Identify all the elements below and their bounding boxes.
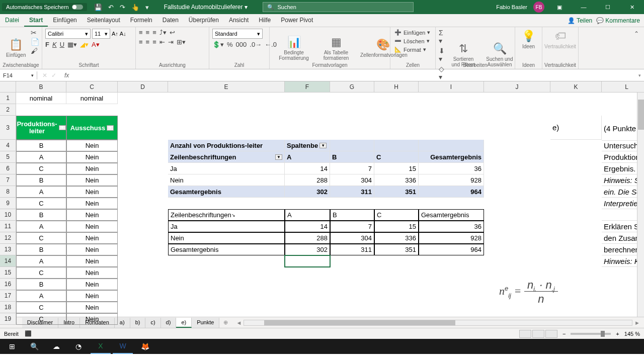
user-avatar[interactable]: FB: [533, 2, 544, 13]
cell-C10[interactable]: Nein: [66, 209, 118, 221]
cell-C8[interactable]: Nein: [66, 186, 118, 198]
cancel-formula-icon[interactable]: ✕: [42, 72, 47, 79]
undo-icon[interactable]: ↶: [108, 4, 114, 11]
cell-H13[interactable]: 351: [374, 244, 419, 255]
menu-formeln[interactable]: Formeln: [125, 15, 157, 27]
cell-B12[interactable]: C: [16, 232, 66, 244]
formula-input[interactable]: [72, 72, 635, 79]
row-header-3[interactable]: 3: [0, 116, 16, 140]
cell-E7[interactable]: Nein: [168, 174, 285, 186]
cell-H6[interactable]: 15: [374, 163, 419, 174]
cell-C9[interactable]: Nein: [66, 198, 118, 209]
firefox-taskbar-icon[interactable]: 🦊: [135, 339, 155, 354]
font-color-icon[interactable]: A▾: [92, 41, 100, 48]
row-headers[interactable]: 12345678910111213141516171819: [0, 93, 16, 325]
name-box[interactable]: F14▾: [0, 71, 37, 79]
align-left-icon[interactable]: ≡: [139, 38, 143, 46]
format-table-button[interactable]: ▦Als Tabelle formatieren: [317, 29, 355, 67]
cell-B13[interactable]: B: [16, 244, 66, 255]
col-header-C[interactable]: C: [66, 81, 118, 93]
touch-icon[interactable]: 👆: [131, 4, 139, 11]
paste-button[interactable]: 📋Einfügen: [3, 29, 29, 67]
sort-filter-button[interactable]: ⇅Sortieren und Filtern: [447, 29, 480, 81]
ideas-button[interactable]: 💡Ideen: [518, 29, 539, 50]
cell-H8[interactable]: 351: [374, 186, 419, 198]
cell-E13[interactable]: Gesamtergebnis: [168, 244, 285, 255]
cell-G4[interactable]: [330, 140, 374, 151]
cell-E5[interactable]: Zeilenbeschriftungen▼: [168, 151, 285, 163]
column-headers[interactable]: BCDEFGHIJKL: [16, 81, 644, 93]
page-break-view-icon[interactable]: [545, 330, 557, 338]
cell-F11[interactable]: 14: [285, 221, 330, 232]
number-format-select[interactable]: Standard▾: [212, 29, 263, 39]
start-button[interactable]: ⊞: [2, 339, 22, 354]
cell-B3[interactable]: Produktions-leiter▼: [16, 116, 66, 140]
find-select-button[interactable]: 🔍Suchen und Auswählen: [482, 29, 517, 81]
col-header-I[interactable]: I: [419, 81, 484, 93]
more-icon[interactable]: ▾: [145, 4, 149, 11]
sheet-tab-c)[interactable]: c): [145, 318, 160, 328]
cell-F12[interactable]: 288: [285, 232, 330, 244]
italic-icon[interactable]: K: [52, 41, 57, 48]
menu-ansicht[interactable]: Ansicht: [224, 15, 254, 27]
cell-H4[interactable]: [374, 140, 419, 151]
format-painter-icon[interactable]: 🖌: [31, 47, 39, 55]
copy-icon[interactable]: 📄: [31, 38, 39, 46]
cell-C1[interactable]: nominal: [66, 93, 118, 104]
cell-I10[interactable]: Gesamtergebnis: [419, 209, 484, 221]
cell-B14[interactable]: A: [16, 255, 66, 267]
vertical-scrollbar[interactable]: [637, 93, 644, 317]
fx-icon[interactable]: fx: [61, 72, 72, 79]
increase-decimal-icon[interactable]: .0→: [250, 41, 262, 48]
cell-F13[interactable]: 302: [285, 244, 330, 255]
page-layout-view-icon[interactable]: [532, 330, 544, 338]
cell-C11[interactable]: Nein: [66, 221, 118, 232]
cell-I8[interactable]: 964: [419, 186, 484, 198]
increase-indent-icon[interactable]: ⇥: [168, 38, 174, 46]
col-header-B[interactable]: B: [16, 81, 66, 93]
menu-einfügen[interactable]: Einfügen: [48, 15, 82, 27]
row-header-17[interactable]: 17: [0, 290, 16, 302]
col-header-F[interactable]: F: [285, 81, 330, 93]
row-header-5[interactable]: 5: [0, 151, 16, 163]
col-header-G[interactable]: G: [330, 81, 374, 93]
cell-G13[interactable]: 311: [330, 244, 374, 255]
close-icon[interactable]: ✕: [623, 0, 641, 14]
decrease-font-icon[interactable]: A↓: [120, 31, 126, 37]
cell-C6[interactable]: Nein: [66, 163, 118, 174]
cell-C18[interactable]: Nein: [66, 302, 118, 313]
cell-B19[interactable]: C: [16, 313, 66, 325]
cell-E6[interactable]: Ja: [168, 163, 285, 174]
cell-B8[interactable]: A: [16, 186, 66, 198]
cell-C19[interactable]: Nein: [66, 313, 118, 325]
row-header-10[interactable]: 10: [0, 209, 16, 221]
col-header-K[interactable]: K: [550, 81, 602, 93]
align-bottom-icon[interactable]: ≡: [152, 29, 156, 36]
cell-G12[interactable]: 304: [330, 232, 374, 244]
cell-I7[interactable]: 928: [419, 174, 484, 186]
cell-E8[interactable]: Gesamtergebnis: [168, 186, 285, 198]
cell-C14[interactable]: Nein: [66, 255, 118, 267]
increase-font-icon[interactable]: A↑: [112, 31, 118, 37]
cell-B11[interactable]: A: [16, 221, 66, 232]
redo-icon[interactable]: ↷: [120, 4, 125, 11]
cell-H12[interactable]: 336: [374, 232, 419, 244]
menu-seitenlayout[interactable]: Seitenlayout: [82, 15, 125, 27]
cell-C7[interactable]: Nein: [66, 174, 118, 186]
bold-icon[interactable]: F: [45, 41, 49, 48]
col-header-D[interactable]: D: [118, 81, 168, 93]
search-taskbar-icon[interactable]: 🔍: [24, 339, 44, 354]
select-all-corner[interactable]: [0, 81, 16, 93]
cell-C3[interactable]: Ausschuss▼: [66, 116, 118, 140]
cell-B1[interactable]: nominal: [16, 93, 66, 104]
cell-F10[interactable]: A: [285, 209, 330, 221]
format-cells-button[interactable]: 📐 Format ▾: [393, 46, 432, 53]
cell-H5[interactable]: C: [374, 151, 419, 163]
document-title[interactable]: Fallstudie Automobilzulieferer▾: [164, 4, 248, 11]
fill-color-icon[interactable]: ◢▾: [80, 41, 89, 48]
zoom-out-icon[interactable]: −: [562, 331, 566, 337]
cell-F5[interactable]: A: [285, 151, 330, 163]
cell-I12[interactable]: 928: [419, 232, 484, 244]
cell-H11[interactable]: 15: [374, 221, 419, 232]
wrap-text-icon[interactable]: ↩: [170, 29, 175, 36]
